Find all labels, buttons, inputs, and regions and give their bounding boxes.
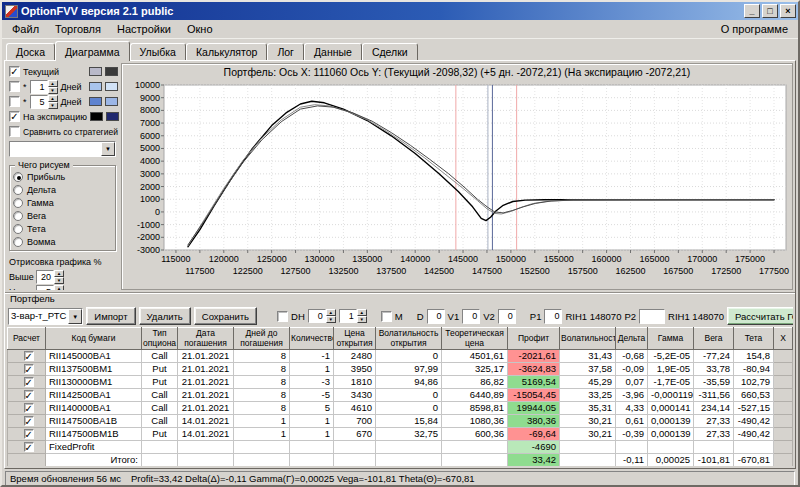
above-spinner[interactable]: 20 ▲▼	[36, 270, 64, 284]
table-row[interactable]: ✓RII137500BM1Put21.01.202181395097,99325…	[8, 363, 793, 376]
table-row[interactable]: ✓RII145000BA1Call21.01.20218-1248004501,…	[8, 350, 793, 363]
days5-checkbox[interactable]	[9, 96, 20, 107]
column-header-9[interactable]: Профит	[508, 328, 560, 350]
menu-window[interactable]: Окно	[179, 21, 221, 37]
delete-row-cell[interactable]	[774, 376, 793, 389]
dh-spin2-value[interactable]: 1	[339, 309, 357, 323]
row-check-cell[interactable]: ✓	[8, 350, 46, 363]
total-row[interactable]: Итого:33,42-0,110,00025-101,81-670,81	[8, 454, 793, 467]
row-check-cell[interactable]: ✓	[8, 441, 46, 454]
row-checkbox[interactable]: ✓	[24, 377, 34, 387]
row-check-cell[interactable]: ✓	[8, 363, 46, 376]
spin-up-icon[interactable]: ▲	[54, 285, 64, 291]
days1-value[interactable]: 1	[30, 80, 48, 94]
column-header-3[interactable]: Дата погашения	[178, 328, 234, 350]
column-header-0[interactable]: Расчет	[8, 328, 46, 350]
below-spinner[interactable]: 5 ▲▼	[36, 285, 64, 291]
tab-diagram[interactable]: Диаграмма	[55, 41, 130, 61]
current-color-swatch-2[interactable]	[105, 67, 118, 76]
close-button[interactable]: ×	[780, 4, 796, 18]
menu-settings[interactable]: Настройки	[109, 21, 179, 37]
row-check-cell[interactable]: ✓	[8, 402, 46, 415]
row-check-cell[interactable]: ✓	[8, 415, 46, 428]
column-header-5[interactable]: Количество	[290, 328, 334, 350]
import-button[interactable]: Импорт	[86, 307, 135, 325]
table-row[interactable]: ✓RII142500BA1Call21.01.20218-5343006440,…	[8, 389, 793, 402]
maximize-button[interactable]: □	[762, 4, 778, 18]
spin-down-icon[interactable]: ▼	[357, 316, 367, 323]
radio-icon[interactable]	[13, 185, 23, 195]
draw-option-Гамма[interactable]: Гамма	[13, 196, 112, 209]
d-field[interactable]: 0	[427, 309, 445, 324]
column-header-8[interactable]: Теоретическая цена	[442, 328, 508, 350]
strategy-combobox[interactable]: ▼	[9, 141, 116, 157]
tab-smile[interactable]: Улыбка	[130, 43, 186, 60]
days5-value[interactable]: 5	[30, 95, 48, 109]
p1-field[interactable]: 0	[544, 309, 562, 324]
row-check-cell[interactable]: ✓	[8, 389, 46, 402]
column-header-13[interactable]: Вега	[694, 328, 734, 350]
column-header-14[interactable]: Тета	[734, 328, 774, 350]
preset-dropdown-button[interactable]: ▼	[68, 309, 82, 324]
delete-row-cell[interactable]	[774, 415, 793, 428]
row-checkbox[interactable]: ✓	[24, 351, 34, 361]
delete-row-cell[interactable]	[774, 350, 793, 363]
chart-svg[interactable]: 1000090008000700060005000400030002000100…	[122, 80, 793, 282]
spin-down-icon[interactable]: ▼	[326, 316, 336, 323]
strategy-dropdown-button[interactable]: ▼	[101, 142, 115, 156]
spin-up-icon[interactable]: ▲	[54, 270, 64, 277]
column-header-15[interactable]: X	[774, 328, 793, 350]
tab-board[interactable]: Доска	[6, 43, 55, 60]
above-spin-buttons[interactable]: ▲▼	[54, 270, 64, 284]
radio-icon[interactable]	[13, 198, 23, 208]
draw-option-Тета[interactable]: Тета	[13, 222, 112, 235]
tab-data[interactable]: Данные	[304, 43, 362, 60]
spin-up-icon[interactable]: ▲	[357, 309, 367, 316]
column-header-11[interactable]: Дельта	[616, 328, 648, 350]
draw-option-Вомма[interactable]: Вомма	[13, 235, 112, 248]
column-header-12[interactable]: Гамма	[648, 328, 694, 350]
days5-color-swatch-1[interactable]	[89, 97, 102, 106]
dh-spin1-buttons[interactable]: ▲▼	[326, 309, 336, 323]
below-value[interactable]: 5	[36, 285, 54, 291]
spin-down-icon[interactable]: ▼	[48, 102, 58, 109]
table-row[interactable]: ✓RII147500BA1BCall14.01.20211170015,8410…	[8, 415, 793, 428]
calc-go-button[interactable]: Рассчитать ГО	[727, 307, 793, 325]
delete-row-cell[interactable]	[774, 428, 793, 441]
v1-field[interactable]: 0	[462, 309, 480, 324]
draw-option-Вега[interactable]: Вега	[13, 209, 112, 222]
row-checkbox[interactable]: ✓	[24, 442, 34, 452]
menu-about[interactable]: О программе	[713, 21, 796, 37]
draw-option-Прибыль[interactable]: Прибыль	[13, 170, 112, 183]
table-row[interactable]: ✓RII147500BM1BPut14.01.20211167032,75600…	[8, 428, 793, 441]
delete-row-cell[interactable]	[774, 441, 793, 454]
spin-up-icon[interactable]: ▲	[48, 80, 58, 87]
spin-down-icon[interactable]: ▼	[48, 87, 58, 94]
spin-up-icon[interactable]: ▲	[326, 309, 336, 316]
table-row[interactable]: ✓RII140000BA1Call21.01.202185461008598,8…	[8, 402, 793, 415]
row-checkbox[interactable]: ✓	[24, 429, 34, 439]
minimize-button[interactable]: _	[744, 4, 760, 18]
row-checkbox[interactable]: ✓	[24, 390, 34, 400]
radio-icon[interactable]	[13, 211, 23, 221]
days5-color-swatch-2[interactable]	[105, 97, 118, 106]
plot-area[interactable]	[164, 85, 786, 250]
column-header-7[interactable]: Волатильность открытия	[376, 328, 442, 350]
expiration-color-swatch-1[interactable]	[90, 112, 103, 121]
delete-button[interactable]: Удалить	[139, 307, 191, 325]
preset-combobox[interactable]: 3-вар-т_РТС ▼	[8, 308, 83, 325]
expiration-color-swatch-2[interactable]	[106, 112, 119, 121]
dh-spinner-1[interactable]: 0 ▲▼	[308, 309, 336, 323]
days5-spinner[interactable]: 5 ▲▼	[30, 95, 58, 109]
m-checkbox[interactable]	[381, 311, 392, 322]
dh-spinner-2[interactable]: 1 ▲▼	[339, 309, 367, 323]
menu-trade[interactable]: Торговля	[47, 21, 109, 37]
column-header-10[interactable]: Волатильность	[560, 328, 616, 350]
above-value[interactable]: 20	[36, 270, 54, 284]
tab-log[interactable]: Лог	[267, 43, 304, 60]
days1-color-swatch-2[interactable]	[105, 82, 118, 91]
table-row[interactable]: ✓FixedProfit-4690	[8, 441, 793, 454]
tab-deals[interactable]: Сделки	[362, 43, 418, 60]
spin-down-icon[interactable]: ▼	[54, 277, 64, 284]
radio-icon[interactable]	[13, 224, 23, 234]
